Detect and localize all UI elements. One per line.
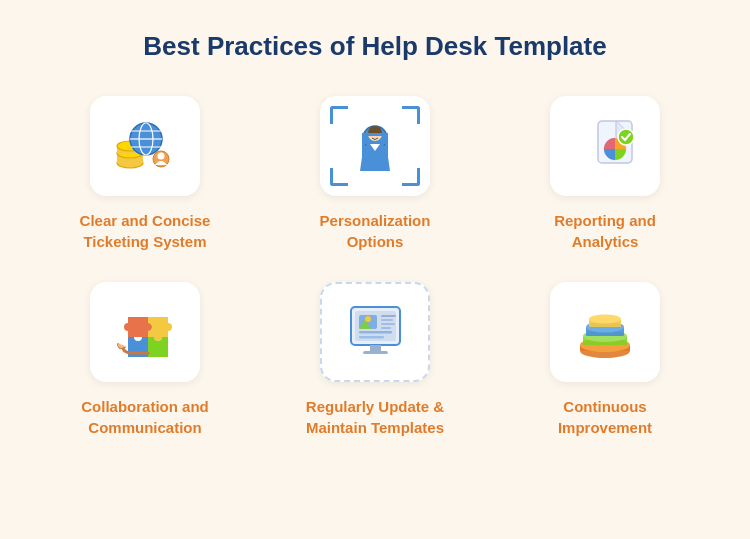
- ticketing-label: Clear and Concise Ticketing System: [65, 210, 225, 252]
- bracket-tr: [402, 106, 420, 124]
- card-improvement: Continuous Improvement: [500, 282, 710, 438]
- improvement-label: Continuous Improvement: [525, 396, 685, 438]
- svg-point-18: [618, 129, 634, 145]
- card-reporting: Reporting and Analytics: [500, 96, 710, 252]
- update-icon: [343, 299, 408, 364]
- svg-rect-28: [381, 315, 396, 317]
- svg-rect-30: [381, 323, 395, 325]
- svg-rect-31: [381, 327, 391, 329]
- ticketing-icon: [108, 111, 183, 181]
- svg-point-14: [370, 133, 372, 135]
- card-personalization: Personalization Options: [270, 96, 480, 252]
- ticketing-icon-box: [90, 96, 200, 196]
- svg-point-40: [589, 315, 621, 324]
- svg-rect-21: [370, 345, 381, 351]
- bracket-bl: [330, 168, 348, 186]
- page-title: Best Practices of Help Desk Template: [143, 30, 606, 64]
- collaboration-icon-box: [90, 282, 200, 382]
- update-icon-box: [320, 282, 430, 382]
- improvement-icon: [570, 299, 640, 364]
- svg-point-11: [157, 152, 164, 159]
- svg-rect-29: [381, 319, 393, 321]
- improvement-icon-box: [550, 282, 660, 382]
- svg-rect-26: [359, 331, 392, 334]
- personalization-label: Personalization Options: [295, 210, 455, 252]
- card-ticketing: Clear and Concise Ticketing System: [40, 96, 250, 252]
- reporting-label: Reporting and Analytics: [525, 210, 685, 252]
- svg-point-25: [365, 316, 371, 322]
- personalization-icon: [348, 116, 403, 176]
- svg-rect-22: [363, 351, 388, 354]
- svg-rect-27: [359, 336, 384, 339]
- reporting-icon-box: [550, 96, 660, 196]
- bracket-br: [402, 168, 420, 186]
- update-label: Regularly Update & Maintain Templates: [295, 396, 455, 438]
- reporting-icon: [568, 111, 643, 181]
- cards-grid: Clear and Concise Ticketing System: [40, 96, 710, 438]
- collaboration-label: Collaboration and Communication: [65, 396, 225, 438]
- svg-point-15: [376, 133, 378, 135]
- bracket-tl: [330, 106, 348, 124]
- personalization-icon-box: [320, 96, 430, 196]
- collaboration-icon: [108, 297, 183, 367]
- card-collaboration: Collaboration and Communication: [40, 282, 250, 438]
- card-update: Regularly Update & Maintain Templates: [270, 282, 480, 438]
